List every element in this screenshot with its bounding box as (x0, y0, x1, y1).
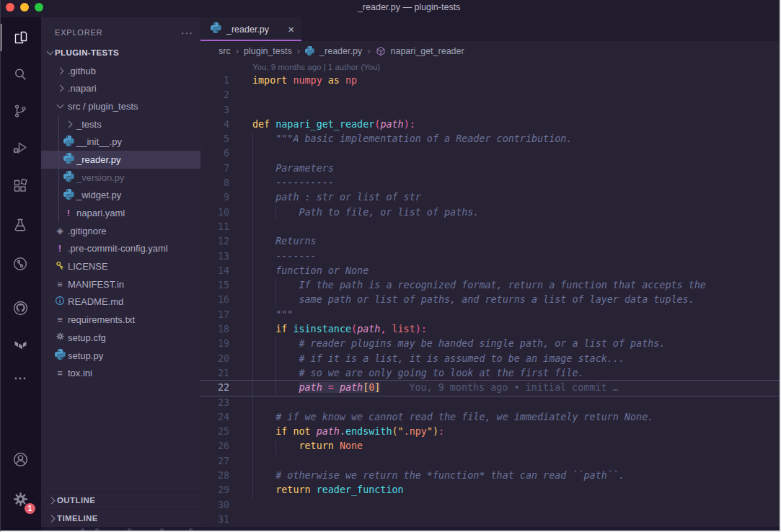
tree-item-requirements-txt[interactable]: ≡requirements.txt (41, 311, 200, 329)
line-number[interactable]: 31 (200, 513, 229, 527)
code-line-6[interactable]: 6 (200, 146, 781, 161)
extensions-icon[interactable] (3, 169, 37, 203)
code-line-16[interactable]: 16 same path or list of paths, and retur… (200, 293, 781, 307)
tree-item-setup-cfg[interactable]: setup.cfg (41, 329, 200, 347)
line-number[interactable]: 13 (200, 249, 229, 264)
code-line-24[interactable]: 24 # if we know we cannot read the file,… (200, 410, 781, 425)
code-line-28[interactable]: 28 # otherwise we return the *function* … (200, 469, 781, 483)
code-line-7[interactable]: 7 Parameters (200, 161, 781, 176)
tab-close-icon[interactable]: × (288, 23, 294, 35)
line-number[interactable]: 15 (200, 278, 229, 293)
code-line-29[interactable]: 29 return reader_function (200, 483, 781, 497)
code-line-31[interactable]: 31 (200, 513, 781, 527)
close-window-button[interactable] (6, 3, 14, 12)
more-actions-icon[interactable] (3, 361, 37, 396)
line-number[interactable]: 30 (200, 498, 229, 513)
line-number[interactable]: 22 (200, 381, 229, 395)
breadcrumb-plugin-tests[interactable]: plugin_tests (244, 46, 292, 56)
code-line-12[interactable]: 12 Returns (200, 234, 781, 249)
line-number[interactable]: 14 (200, 264, 229, 278)
code-line-14[interactable]: 14 function or None (200, 264, 781, 278)
line-number[interactable]: 20 (200, 352, 229, 366)
code-line-13[interactable]: 13 ------- (200, 249, 781, 264)
code-line-19[interactable]: 19 # reader plugins may be handed single… (200, 337, 781, 351)
tree-item-license[interactable]: LICENSE (41, 257, 200, 275)
line-number[interactable]: 27 (200, 454, 229, 469)
code-line-30[interactable]: 30 (200, 498, 781, 513)
tree-item-napari-yaml[interactable]: !napari.yaml (41, 204, 200, 222)
explorer-icon[interactable] (3, 20, 37, 55)
code-line-25[interactable]: 25 if not path.endswith(".npy"): (200, 425, 781, 439)
terraform-icon[interactable] (3, 328, 37, 363)
tree-item--gitignore[interactable]: ◈.gitignore (41, 222, 200, 240)
line-number[interactable]: 10 (200, 205, 229, 220)
code-line-11[interactable]: 11 (200, 220, 781, 234)
line-number[interactable]: 19 (200, 337, 229, 351)
tree-item-src-plugin-tests[interactable]: src / plugin_tests (41, 97, 200, 115)
code-line-5[interactable]: 5 """A basic implementation of a Reader … (200, 132, 781, 146)
line-number[interactable]: 2 (200, 88, 229, 102)
source-control-icon[interactable] (3, 94, 37, 128)
code-line-2[interactable]: 2 (200, 88, 781, 102)
testing-beaker-icon[interactable] (3, 208, 37, 242)
line-number[interactable]: 3 (200, 103, 229, 118)
code-line-3[interactable]: 3 (200, 103, 781, 118)
line-number[interactable]: 5 (200, 132, 229, 146)
line-number[interactable]: 29 (200, 483, 229, 497)
line-number[interactable]: 4 (200, 118, 229, 132)
line-number[interactable]: 6 (200, 146, 229, 161)
tree-item--init-py[interactable]: __init__.py (41, 133, 200, 151)
timeline-section[interactable]: TIMELINE (41, 509, 200, 527)
account-icon[interactable] (3, 442, 37, 476)
code-line-10[interactable]: 10 Path to file, or list of paths. (200, 205, 781, 220)
tree-item--version-py[interactable]: _version.py (41, 169, 200, 187)
line-number[interactable]: 9 (200, 190, 229, 205)
settings-gear-icon[interactable]: 1 (3, 482, 37, 516)
tree-item--pre-commit-config-yaml[interactable]: !.pre-commit-config.yaml (41, 240, 200, 258)
line-number[interactable]: 17 (200, 308, 229, 322)
outline-section[interactable]: OUTLINE (41, 491, 200, 509)
search-icon[interactable] (3, 57, 37, 92)
line-number[interactable]: 18 (200, 322, 229, 337)
line-number[interactable]: 8 (200, 176, 229, 190)
code-line-17[interactable]: 17 """ (200, 308, 781, 322)
line-number[interactable]: 1 (200, 74, 229, 88)
tree-item-setup-py[interactable]: setup.py (41, 347, 200, 365)
code-line-8[interactable]: 8 ---------- (200, 176, 781, 190)
code-line-23[interactable]: 23 (200, 396, 781, 410)
line-number[interactable]: 26 (200, 439, 229, 453)
code-editor[interactable]: You, 9 months ago | 1 author (You) 1impo… (200, 61, 781, 527)
tree-item--reader-py[interactable]: _reader.py (41, 151, 200, 169)
line-number[interactable]: 25 (200, 425, 229, 439)
breadcrumb-reader-py[interactable]: _reader.py (319, 46, 362, 56)
line-number[interactable]: 7 (200, 161, 229, 176)
line-number[interactable]: 28 (200, 469, 229, 483)
tab-reader-py[interactable]: _reader.py × (200, 17, 301, 41)
tree-root-plugin-tests[interactable]: PLUGIN-TESTS (41, 44, 200, 62)
breadcrumb-symbol[interactable]: napari_get_reader (391, 46, 464, 56)
code-line-1[interactable]: 1import numpy as np (200, 74, 781, 88)
github-icon[interactable] (3, 291, 37, 325)
code-line-22[interactable]: 22 path = path[0]You, 9 months ago • ini… (200, 380, 781, 396)
gitlens-icon[interactable] (3, 247, 37, 281)
code-line-15[interactable]: 15 If the path is a recognized format, r… (200, 278, 781, 293)
code-line-20[interactable]: 20 # if it is a list, it is assumed to b… (200, 352, 781, 366)
line-number[interactable]: 24 (200, 410, 229, 425)
zoom-window-button[interactable] (35, 3, 43, 12)
tree-item--widget-py[interactable]: _widget.py (41, 187, 200, 205)
code-line-4[interactable]: 4def napari_get_reader(path): (200, 118, 781, 132)
code-line-27[interactable]: 27 (200, 454, 781, 469)
line-number[interactable]: 21 (200, 366, 229, 381)
line-number[interactable]: 12 (200, 234, 229, 249)
run-and-debug-icon[interactable] (3, 130, 37, 165)
code-line-9[interactable]: 9 path : str or list of str (200, 190, 781, 205)
line-number[interactable]: 11 (200, 220, 229, 234)
code-line-18[interactable]: 18 if isinstance(path, list): (200, 322, 781, 337)
tree-item--github[interactable]: .github (41, 62, 200, 80)
code-line-21[interactable]: 21 # so we are only going to look at the… (200, 366, 781, 381)
tree-item-tox-ini[interactable]: ≡tox.ini (41, 364, 200, 382)
line-number[interactable]: 16 (200, 293, 229, 307)
tree-item-manifest-in[interactable]: ≡MANIFEST.in (41, 275, 200, 293)
tree-item-readme-md[interactable]: README.md (41, 293, 200, 311)
status-bar[interactable] (0, 527, 781, 532)
